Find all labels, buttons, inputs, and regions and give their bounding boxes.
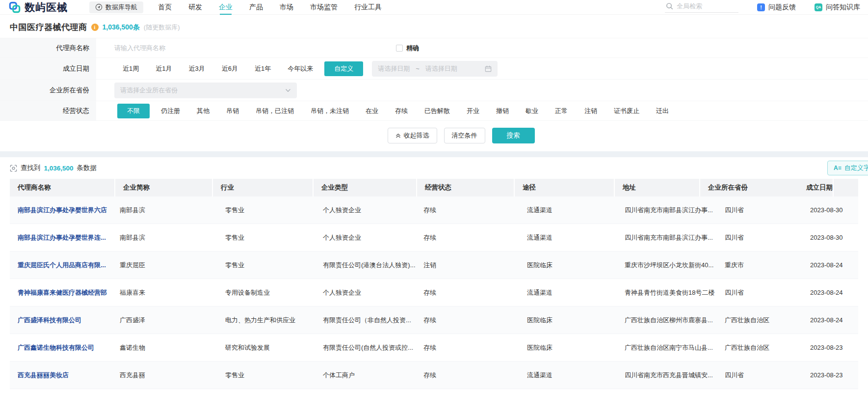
industry-cell: 专用设备制造业 bbox=[217, 288, 315, 297]
global-search[interactable] bbox=[665, 1, 738, 13]
province-cell: 四川省 bbox=[717, 288, 802, 297]
address-cell: 四川省南充市南部县滨江办事... bbox=[617, 206, 717, 215]
agent-name-link[interactable]: 重庆屈臣氏个人用品商店有限... bbox=[10, 261, 112, 270]
table-row: 青神福康喜来健医疗器械经营部 福康喜来 专用设备制造业 个人独资企业 存续 流通… bbox=[10, 279, 858, 307]
nav-item[interactable]: 市场监管 bbox=[310, 1, 338, 14]
province-cell: 四川省 bbox=[717, 371, 802, 380]
nav-item[interactable]: 首页 bbox=[158, 1, 172, 14]
search-button[interactable]: 搜索 bbox=[492, 128, 535, 143]
agent-name-link[interactable]: 西充县丽丽美妆店 bbox=[10, 371, 112, 380]
feedback-link[interactable]: ! 问题反馈 bbox=[757, 3, 796, 12]
status-option[interactable]: 其他 bbox=[188, 104, 218, 118]
exact-label: 精确 bbox=[406, 44, 419, 53]
founding-date-cell: 2023-08-23 bbox=[802, 344, 868, 351]
status-option[interactable]: 已告解散 bbox=[416, 104, 458, 118]
province-cell: 四川省 bbox=[717, 206, 802, 215]
database-nav-button[interactable]: 数据库导航 bbox=[89, 1, 143, 13]
nav-item[interactable]: 行业工具 bbox=[354, 1, 382, 14]
table-header-cell[interactable]: 地址 bbox=[615, 179, 700, 196]
status-option[interactable]: 正常 bbox=[547, 104, 576, 118]
status-option[interactable]: 在业 bbox=[357, 104, 387, 118]
clear-filters-button[interactable]: 清空条件 bbox=[444, 128, 485, 143]
channel-cell: 流通渠道 bbox=[519, 233, 617, 242]
results-bar: 查找到 1,036,500 条数据 A≡ 自定义字段显示 bbox=[0, 157, 868, 176]
agent-name-input[interactable] bbox=[114, 44, 389, 52]
agent-name-link[interactable]: 南部县滨江办事处孕婴世界六店 bbox=[10, 206, 112, 215]
agent-name-link[interactable]: 广西盛泽科技有限公司 bbox=[10, 316, 112, 325]
agent-name-link[interactable]: 南部县滨江办事处孕婴世界连... bbox=[10, 233, 112, 242]
date-option[interactable]: 近1月 bbox=[147, 62, 180, 76]
nav-item[interactable]: 产品 bbox=[249, 1, 263, 14]
status-option[interactable]: 仍注册 bbox=[153, 104, 188, 118]
status-option[interactable]: 吊销，未注销 bbox=[302, 104, 357, 118]
date-range-picker[interactable]: 请选择日期 ~ 请选择日期 bbox=[372, 61, 498, 77]
status-cell: 注销 bbox=[416, 261, 519, 270]
status-option[interactable]: 迁出 bbox=[648, 104, 677, 118]
status-options: 不限 仍注册 其他 吊销 吊销，已注销 吊销，未注销 在业 存续 已告解散 bbox=[114, 104, 677, 118]
table-header-cell[interactable]: 代理商名称 bbox=[10, 179, 115, 196]
table-header-cell[interactable]: 经营状态 bbox=[417, 179, 515, 196]
table-header-cell[interactable]: 企业简称 bbox=[115, 179, 213, 196]
status-option[interactable]: 歇业 bbox=[517, 104, 547, 118]
app-logo[interactable]: 数屿医械 bbox=[9, 0, 68, 14]
nav-item[interactable]: 研发 bbox=[188, 1, 202, 14]
address-cell: 重庆市沙坪坝区小龙坎新街40... bbox=[617, 261, 717, 270]
address-cell: 广西壮族自治区柳州市鹿寨县... bbox=[617, 316, 717, 325]
table-row: 南部县滨江办事处孕婴世界连... 南部县滨 零售业 个人独资企业 存续 流通渠道… bbox=[10, 224, 858, 252]
table-header-cell[interactable]: 成立日期 bbox=[798, 179, 834, 196]
date-option[interactable]: 近1年 bbox=[246, 62, 279, 76]
status-option[interactable]: 吊销，已注销 bbox=[247, 104, 302, 118]
collapse-filters-button[interactable]: 收起筛选 bbox=[388, 128, 437, 143]
table-row: 南部县滨江办事处孕婴世界六店 南部县滨 零售业 个人独资企业 存续 流通渠道 四… bbox=[10, 196, 858, 224]
qa-knowledge-label: 问答知识库 bbox=[826, 3, 860, 12]
date-option[interactable]: 近1周 bbox=[114, 62, 147, 76]
channel-cell: 流通渠道 bbox=[519, 206, 617, 215]
status-option[interactable]: 存续 bbox=[387, 104, 416, 118]
calendar-icon bbox=[485, 65, 492, 72]
exact-match-toggle[interactable]: 精确 bbox=[396, 44, 419, 53]
status-option[interactable]: 证书废止 bbox=[605, 104, 648, 118]
feedback-label: 问题反馈 bbox=[768, 3, 796, 12]
status-option[interactable]: 不限 bbox=[117, 104, 150, 118]
founding-date-cell: 2023-08-24 bbox=[802, 261, 868, 269]
nav-item[interactable]: 市场 bbox=[280, 1, 293, 14]
province-select[interactable]: 请选择企业所在省份 bbox=[114, 83, 297, 98]
date-option[interactable]: 近3月 bbox=[180, 62, 213, 76]
company-type-cell: 个人独资企业 bbox=[315, 288, 416, 297]
table-header-cell[interactable]: 行业 bbox=[213, 179, 314, 196]
table-row: 广西盛泽科技有限公司 广西盛泽 电力、热力生产和供应业 有限责任公司（非自然人投… bbox=[10, 307, 858, 334]
company-short-cell: 福康喜来 bbox=[112, 288, 217, 297]
status-option[interactable]: 注销 bbox=[576, 104, 605, 118]
founding-date-cell: 2023-08-30 bbox=[802, 206, 868, 214]
province-cell: 广西壮族自治区 bbox=[717, 343, 802, 352]
table-header-cell[interactable]: 企业所在省份 bbox=[700, 179, 798, 196]
company-short-cell: 重庆屈臣 bbox=[112, 261, 217, 270]
company-short-cell: 南部县滨 bbox=[112, 233, 217, 242]
global-search-input[interactable] bbox=[677, 2, 731, 10]
info-icon[interactable]: i bbox=[91, 24, 99, 31]
date-option[interactable]: 自定义 bbox=[324, 61, 363, 76]
date-option[interactable]: 今年以来 bbox=[279, 62, 321, 76]
founding-date-cell: 2023-08-30 bbox=[802, 234, 868, 241]
qa-knowledge-link[interactable]: QA 问答知识库 bbox=[815, 3, 860, 12]
exact-checkbox[interactable] bbox=[396, 45, 403, 52]
filter-row-province: 企业所在省份 请选择企业所在省份 bbox=[0, 80, 868, 101]
nav-item[interactable]: 企业 bbox=[219, 1, 233, 14]
table-header-cell[interactable]: 企业类型 bbox=[314, 179, 417, 196]
province-cell: 四川省 bbox=[717, 233, 802, 242]
status-cell: 存续 bbox=[416, 288, 519, 297]
status-option[interactable]: 撤销 bbox=[488, 104, 517, 118]
agent-name-filter-label: 代理商名称 bbox=[0, 38, 96, 57]
founding-date-cell: 2023-08-23 bbox=[802, 371, 868, 379]
agent-name-link[interactable]: 青神福康喜来健医疗器械经营部 bbox=[10, 288, 112, 297]
table-header-cell[interactable]: 途径 bbox=[515, 179, 615, 196]
status-option[interactable]: 开业 bbox=[458, 104, 488, 118]
channel-cell: 流通渠道 bbox=[519, 371, 617, 380]
end-date-input[interactable]: 请选择日期 bbox=[425, 64, 457, 73]
custom-fields-button[interactable]: A≡ 自定义字段显示 bbox=[827, 161, 868, 175]
founding-date-cell: 2023-08-24 bbox=[802, 289, 868, 296]
start-date-input[interactable]: 请选择日期 bbox=[378, 64, 410, 73]
date-option[interactable]: 近6月 bbox=[213, 62, 246, 76]
agent-name-link[interactable]: 广西鑫诺生物科技有限公司 bbox=[10, 343, 112, 352]
status-option[interactable]: 吊销 bbox=[218, 104, 247, 118]
